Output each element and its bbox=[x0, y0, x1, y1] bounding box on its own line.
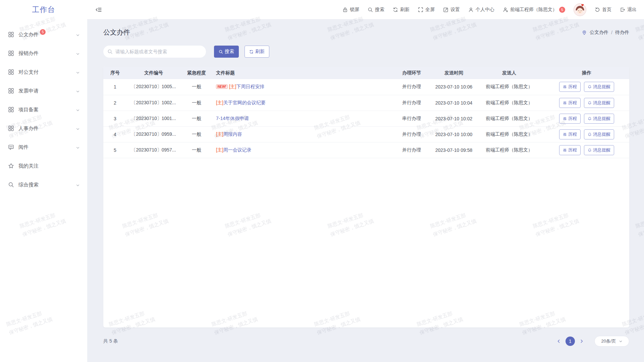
home-button[interactable]: 首页 bbox=[595, 7, 611, 13]
chevron-down-icon bbox=[76, 183, 80, 187]
cell-sender: 前端工程师（陈思文） bbox=[474, 126, 544, 142]
prev-page-button[interactable] bbox=[555, 337, 563, 346]
main-content: 公文办件 公文办件 / 待办件 搜索 刷新 bbox=[87, 19, 644, 362]
cell-step: 串行办理 bbox=[390, 111, 433, 126]
sidebar-item-gongwen-banjian[interactable]: 公文办件 5 bbox=[0, 25, 87, 44]
refresh-button[interactable]: 刷新 bbox=[393, 7, 410, 13]
cell-sent-time: 2023-07-10 10:06 bbox=[433, 79, 474, 95]
sidebar-item-xiangmu-beian[interactable]: 项目备案 bbox=[0, 100, 87, 119]
logout-button[interactable]: 退出 bbox=[620, 7, 637, 13]
fold-menu-icon[interactable] bbox=[95, 6, 102, 13]
breadcrumb-root[interactable]: 公文办件 bbox=[590, 29, 608, 36]
refresh-icon bbox=[249, 50, 254, 54]
grid-icon bbox=[8, 88, 14, 94]
user-avatar[interactable] bbox=[574, 3, 586, 16]
topbar-actions: 锁屏 搜索 刷新 全屏 设置 个人中心 前端工程师（陈思文） 5 bbox=[342, 3, 637, 16]
search-button[interactable]: 搜索 bbox=[214, 46, 239, 58]
cell-doc-no: 〔20230710〕0957... bbox=[127, 142, 180, 158]
cell-sender: 前端工程师（陈思文） bbox=[474, 95, 544, 111]
history-button[interactable]: 历程 bbox=[559, 145, 581, 155]
cell-no: 2 bbox=[103, 95, 127, 111]
lock-screen-button[interactable]: 锁屏 bbox=[342, 7, 359, 13]
col-sent-time: 发送时间 bbox=[433, 67, 474, 79]
sidebar-item-zonghe-sousuo[interactable]: 综合搜索 bbox=[0, 175, 87, 194]
account-menu[interactable]: 前端工程师（陈思文） 5 bbox=[503, 7, 565, 13]
sidebar-item-label: 项目备案 bbox=[18, 107, 39, 113]
cell-actions: 历程 消息提醒 bbox=[544, 111, 629, 126]
chevron-down-icon bbox=[619, 340, 623, 343]
cell-no: 3 bbox=[103, 111, 127, 126]
page-size-select[interactable]: 20条/页 bbox=[594, 336, 629, 347]
cell-doc-no: 〔20230710〕1001... bbox=[127, 111, 180, 126]
document-title-link[interactable]: 周报内容 bbox=[223, 131, 242, 137]
sidebar-item-yuejian[interactable]: 阅件 bbox=[0, 138, 87, 157]
cell-title: 7-14年休假申请 bbox=[213, 111, 390, 126]
chevron-down-icon bbox=[76, 33, 80, 37]
sidebar-item-wode-guanzhu[interactable]: 我的关注 bbox=[0, 157, 87, 175]
cell-no: 1 bbox=[103, 79, 127, 95]
main-doc-tag: [主] bbox=[216, 147, 223, 153]
bell-icon bbox=[588, 117, 592, 121]
history-button[interactable]: 历程 bbox=[559, 129, 581, 139]
global-search-label: 搜索 bbox=[375, 7, 384, 13]
cell-sent-time: 2023-07-10 10:00 bbox=[433, 126, 474, 142]
sidebar-item-duigong-zhifu[interactable]: 对公支付 bbox=[0, 63, 87, 81]
refresh-list-button[interactable]: 刷新 bbox=[245, 46, 269, 58]
logout-icon bbox=[620, 7, 625, 12]
notify-button[interactable]: 消息提醒 bbox=[584, 82, 614, 92]
search-input[interactable] bbox=[103, 46, 206, 58]
notify-button[interactable]: 消息提醒 bbox=[584, 114, 614, 124]
pagination: 1 20条/页 bbox=[555, 336, 629, 347]
cell-doc-no: 〔20230710〕1002... bbox=[127, 95, 180, 111]
bell-icon bbox=[588, 101, 592, 105]
cell-actions: 历程 消息提醒 bbox=[544, 126, 629, 142]
logout-label: 退出 bbox=[627, 7, 637, 13]
cell-step: 并行办理 bbox=[390, 126, 433, 142]
user-switch-icon bbox=[503, 7, 508, 12]
cell-doc-no: 〔20230710〕0959... bbox=[127, 126, 180, 142]
history-button[interactable]: 历程 bbox=[559, 114, 581, 124]
cell-urgency: 一般 bbox=[180, 142, 213, 158]
page-number-button[interactable]: 1 bbox=[566, 337, 575, 346]
sliders-icon bbox=[563, 117, 567, 121]
sidebar-item-label: 发票申请 bbox=[18, 88, 39, 94]
sidebar-item-fapiao-shenqing[interactable]: 发票申请 bbox=[0, 81, 87, 100]
grid-icon bbox=[8, 125, 14, 131]
chevron-down-icon bbox=[76, 51, 80, 55]
cell-sender: 前端工程师（陈思文） bbox=[474, 111, 544, 126]
col-doc-no: 文件编号 bbox=[127, 67, 180, 79]
grid-icon bbox=[8, 32, 14, 38]
notify-button[interactable]: 消息提醒 bbox=[584, 98, 614, 108]
cell-sender: 前端工程师（陈思文） bbox=[474, 79, 544, 95]
sliders-icon bbox=[563, 85, 567, 89]
col-sender: 发送人 bbox=[474, 67, 544, 79]
chevron-down-icon bbox=[76, 89, 80, 93]
document-title-link[interactable]: 关于官网的会议纪要 bbox=[223, 100, 266, 105]
cell-urgency: 一般 bbox=[180, 95, 213, 111]
sidebar-item-label: 综合搜索 bbox=[18, 182, 39, 188]
settings-button[interactable]: 设置 bbox=[443, 7, 460, 13]
document-title-link[interactable]: 周一会议记录 bbox=[223, 147, 252, 153]
profile-center-button[interactable]: 个人中心 bbox=[468, 7, 494, 13]
notify-button[interactable]: 消息提醒 bbox=[584, 129, 614, 139]
refresh-button-label: 刷新 bbox=[255, 49, 265, 55]
page-title: 公文办件 bbox=[103, 28, 130, 37]
search-box bbox=[103, 46, 206, 58]
document-title-link[interactable]: 下周日程安排 bbox=[236, 84, 264, 89]
fullscreen-button[interactable]: 全屏 bbox=[418, 7, 435, 13]
table-row: 1 〔20230710〕1005... 一般 NEW![主]下周日程安排 并行办… bbox=[103, 79, 629, 95]
history-button[interactable]: 历程 bbox=[559, 82, 581, 92]
sidebar-item-renshi-banjian[interactable]: 人事办件 bbox=[0, 119, 87, 138]
cell-title: [主]周报内容 bbox=[213, 126, 390, 142]
document-title-link[interactable]: 7-14年休假申请 bbox=[216, 116, 249, 121]
search-icon bbox=[8, 182, 14, 188]
sidebar-item-label: 对公支付 bbox=[18, 69, 39, 75]
cell-sent-time: 2023-07-10 10:02 bbox=[433, 111, 474, 126]
history-button[interactable]: 历程 bbox=[559, 98, 581, 108]
next-page-button[interactable] bbox=[578, 337, 586, 346]
table-header-row: 序号 文件编号 紧急程度 文件标题 办理环节 发送时间 发送人 操作 bbox=[103, 67, 629, 79]
notify-button[interactable]: 消息提醒 bbox=[584, 145, 614, 155]
sidebar-item-baoxiao-banjian[interactable]: 报销办件 bbox=[0, 44, 87, 63]
global-search-button[interactable]: 搜索 bbox=[368, 7, 384, 13]
main-doc-tag: [主] bbox=[229, 84, 236, 89]
